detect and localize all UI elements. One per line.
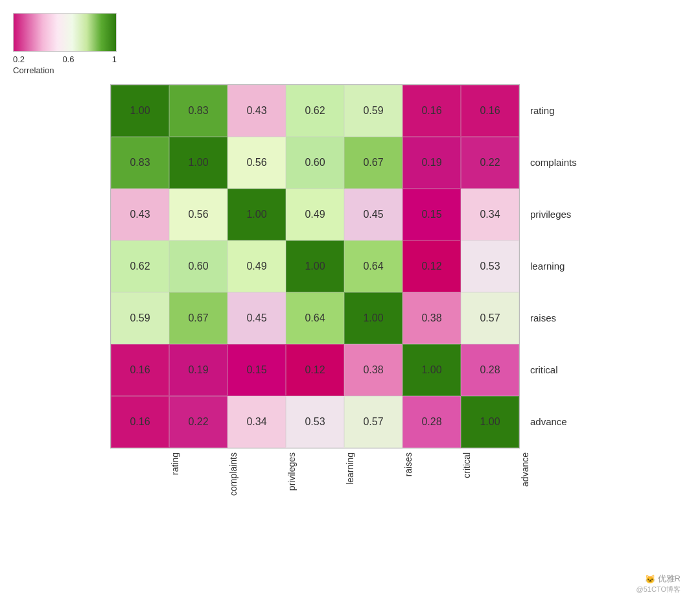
cell-2-0: 0.43: [111, 189, 169, 240]
cell-1-4: 0.67: [344, 137, 402, 189]
legend-label: Correlation: [13, 65, 54, 75]
heatmap-wrapper: 1.000.830.430.620.590.160.160.831.000.56…: [110, 84, 590, 517]
row-label-advance: advance: [525, 395, 590, 447]
cell-0-2: 0.43: [228, 85, 286, 137]
cell-6-3: 0.53: [286, 396, 344, 448]
cell-6-0: 0.16: [111, 396, 169, 448]
cell-5-6: 0.28: [461, 344, 519, 396]
col-label-privileges: privileges: [286, 452, 297, 493]
cell-6-6: 1.00: [461, 396, 519, 448]
cell-3-3: 1.00: [286, 240, 344, 292]
cell-2-2: 1.00: [228, 189, 286, 240]
cell-2-1: 0.56: [169, 189, 228, 240]
cell-3-6: 0.53: [461, 240, 519, 292]
cell-2-3: 0.49: [286, 189, 344, 240]
col-label-learning: learning: [345, 452, 355, 487]
legend-tick-mid: 0.6: [62, 54, 74, 64]
row-label-critical: critical: [525, 344, 590, 395]
cell-2-5: 0.15: [402, 189, 461, 240]
cell-0-3: 0.62: [286, 85, 344, 137]
col-labels: ratingcomplaintsprivilegeslearningraises…: [146, 452, 554, 517]
col-label-raises: raises: [403, 452, 414, 479]
col-label-complaints: complaints: [228, 452, 239, 498]
cell-6-2: 0.34: [228, 396, 286, 448]
legend-gradient: [13, 13, 117, 52]
cell-5-4: 0.38: [344, 344, 402, 396]
cell-3-2: 0.49: [228, 240, 286, 292]
cell-0-4: 0.59: [344, 85, 402, 137]
watermark-sub: @51CTO博客: [636, 585, 681, 594]
cell-1-1: 1.00: [169, 137, 228, 189]
cell-4-6: 0.57: [461, 292, 519, 344]
row-label-raises: raises: [525, 292, 590, 344]
row-label-complaints: complaints: [525, 136, 590, 188]
legend-ticks: 0.2 0.6 1: [13, 54, 117, 64]
cell-4-0: 0.59: [111, 292, 169, 344]
chart-container: 0.2 0.6 1 Correlation 1.000.830.430.620.…: [0, 0, 700, 606]
cell-0-1: 0.83: [169, 85, 228, 137]
legend-tick-high: 1: [112, 54, 117, 64]
cell-6-4: 0.57: [344, 396, 402, 448]
cell-0-6: 0.16: [461, 85, 519, 137]
cell-3-5: 0.12: [402, 240, 461, 292]
col-label-rating: rating: [170, 452, 180, 478]
col-label-advance: advance: [520, 452, 530, 489]
cell-1-6: 0.22: [461, 137, 519, 189]
cell-4-5: 0.38: [402, 292, 461, 344]
cell-4-4: 1.00: [344, 292, 402, 344]
cell-3-4: 0.64: [344, 240, 402, 292]
legend: 0.2 0.6 1 Correlation: [13, 13, 117, 75]
cell-1-0: 0.83: [111, 137, 169, 189]
cell-4-2: 0.45: [228, 292, 286, 344]
cell-0-5: 0.16: [402, 85, 461, 137]
cell-3-0: 0.62: [111, 240, 169, 292]
col-label-wrapper-privileges: privileges: [262, 452, 321, 517]
row-label-rating: rating: [525, 84, 590, 136]
col-label-wrapper-raises: raises: [379, 452, 438, 517]
watermark: 🐱 优雅R @51CTO博客: [636, 573, 681, 594]
row-labels: ratingcomplaintsprivilegeslearningraises…: [525, 84, 590, 447]
cell-5-0: 0.16: [111, 344, 169, 396]
cell-5-5: 1.00: [402, 344, 461, 396]
heatmap-grid: 1.000.830.430.620.590.160.160.831.000.56…: [110, 84, 520, 449]
legend-tick-low: 0.2: [13, 54, 25, 64]
col-label-wrapper-complaints: complaints: [204, 452, 262, 517]
cell-4-3: 0.64: [286, 292, 344, 344]
col-label-wrapper-critical: critical: [438, 452, 496, 517]
cell-2-6: 0.34: [461, 189, 519, 240]
cell-0-0: 1.00: [111, 85, 169, 137]
cell-4-1: 0.67: [169, 292, 228, 344]
col-label-wrapper-rating: rating: [146, 452, 204, 517]
cell-5-3: 0.12: [286, 344, 344, 396]
heatmap-body: 1.000.830.430.620.590.160.160.831.000.56…: [110, 84, 590, 449]
watermark-logo: 🐱 优雅R: [645, 573, 681, 585]
col-label-wrapper-advance: advance: [496, 452, 554, 517]
cell-3-1: 0.60: [169, 240, 228, 292]
col-label-wrapper-learning: learning: [321, 452, 379, 517]
cell-5-1: 0.19: [169, 344, 228, 396]
cell-2-4: 0.45: [344, 189, 402, 240]
row-label-privileges: privileges: [525, 188, 590, 240]
cell-1-5: 0.19: [402, 137, 461, 189]
col-label-critical: critical: [461, 452, 472, 481]
cell-6-1: 0.22: [169, 396, 228, 448]
cell-1-3: 0.60: [286, 137, 344, 189]
watermark-icon: 🐱: [645, 574, 655, 584]
cell-1-2: 0.56: [228, 137, 286, 189]
cell-6-5: 0.28: [402, 396, 461, 448]
row-label-learning: learning: [525, 240, 590, 292]
watermark-text: 优雅R: [658, 573, 681, 585]
cell-5-2: 0.15: [228, 344, 286, 396]
